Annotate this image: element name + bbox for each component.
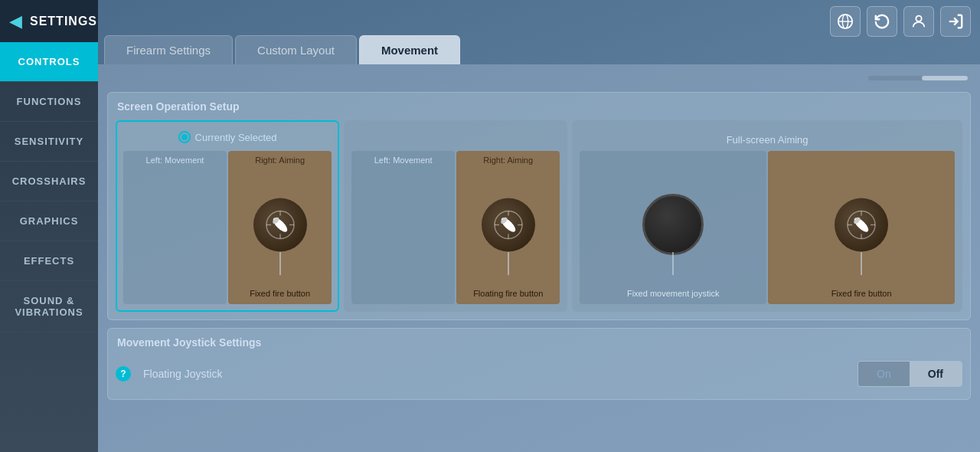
toggle-group: On Off [858, 361, 962, 387]
profile-button[interactable] [903, 6, 934, 37]
card1-connector [279, 252, 281, 275]
card1-right-label: Right: Aiming [255, 151, 305, 165]
movement-joystick-title: Movement Joystick Settings [116, 336, 962, 349]
sidebar-item-controls[interactable]: CONTROLS [0, 42, 98, 82]
movement-joystick-section: Movement Joystick Settings ? Floating Jo… [107, 328, 971, 400]
card2-right-zone: Right: Aiming [456, 151, 560, 304]
screen-operation-section: Screen Operation Setup Currently Selecte… [107, 92, 971, 320]
op-card-3[interactable]: Full-screen Aiming Fixed movement joysti… [572, 120, 962, 312]
card2-connector [508, 252, 509, 275]
radio-selected-icon [178, 131, 191, 143]
scrollbar-track[interactable] [868, 76, 968, 80]
card2-layout: Left: Movement Right: Aiming [351, 151, 560, 304]
card3-right-zone: Fixed fire button [768, 151, 955, 304]
card1-bottom-label: Fixed fire button [228, 289, 332, 298]
card2-bullet-icon [482, 198, 535, 252]
tab-custom[interactable]: Custom Layout [235, 35, 357, 64]
op-card-2-header [351, 128, 560, 146]
content-area: Screen Operation Setup Currently Selecte… [98, 64, 980, 452]
card2-right-label: Right: Aiming [483, 151, 533, 165]
card3-header-label: Full-screen Aiming [727, 129, 808, 146]
settings-title: SETTINGS [30, 15, 97, 28]
card3-right-connector [861, 252, 862, 275]
toggle-on-button[interactable]: On [858, 362, 910, 386]
op-card-3-header: Full-screen Aiming [580, 128, 955, 146]
card1-left-label: Left: Movement [146, 151, 204, 165]
tab-movement[interactable]: Movement [359, 35, 460, 64]
joystick-circle [642, 194, 704, 255]
card1-left-zone: Left: Movement [123, 151, 227, 304]
help-icon[interactable]: ? [116, 366, 131, 382]
svg-point-3 [916, 16, 921, 21]
main-content: Firearm Settings Custom Layout Movement … [98, 0, 980, 452]
card2-left-label: Left: Movement [374, 151, 433, 165]
op-card-1-header: Currently Selected [123, 128, 332, 146]
card3-left-zone: Fixed movement joystick [580, 151, 766, 304]
op-card-2[interactable]: Left: Movement Right: Aiming [344, 120, 567, 312]
card2-left-zone: Left: Movement [351, 151, 455, 304]
svg-point-10 [271, 215, 289, 234]
floating-joystick-label: Floating Joystick [143, 368, 845, 380]
svg-point-17 [499, 215, 518, 234]
toggle-row: ? Floating Joystick On Off [116, 356, 962, 391]
screen-operation-title: Screen Operation Setup [116, 100, 962, 113]
sidebar: ◀ SETTINGS CONTROLS FUNCTIONS SENSITIVIT… [0, 0, 98, 452]
op-card-1[interactable]: Currently Selected Left: Movement Right:… [116, 120, 339, 312]
tab-firearm[interactable]: Firearm Settings [104, 35, 233, 64]
currently-selected-label: Currently Selected [195, 132, 277, 143]
sidebar-item-crosshairs[interactable]: CROSSHAIRS [0, 162, 98, 201]
card3-left-connector [672, 252, 674, 275]
globe-button[interactable] [830, 6, 861, 37]
back-icon[interactable]: ◀ [9, 11, 22, 31]
sidebar-item-functions[interactable]: FUNCTIONS [0, 82, 98, 122]
tabs-container: Firearm Settings Custom Layout Movement [98, 35, 980, 64]
exit-button[interactable] [940, 6, 971, 37]
card1-layout: Left: Movement Right: Aiming [123, 151, 332, 304]
card2-bottom-label: Floating fire button [456, 289, 560, 298]
sidebar-item-sensitivity[interactable]: SENSITIVITY [0, 122, 98, 162]
operation-cards: Currently Selected Left: Movement Right:… [116, 120, 962, 312]
card3-bullet-icon [835, 198, 888, 252]
sidebar-item-effects[interactable]: EFFECTS [0, 241, 98, 281]
refresh-button[interactable] [867, 6, 897, 37]
card3-right-bottom: Fixed fire button [768, 289, 955, 298]
scrollbar-row [107, 64, 971, 92]
card3-layout: Fixed movement joystick [580, 151, 955, 304]
scrollbar-thumb [922, 76, 968, 80]
card1-right-zone: Right: Aiming [228, 151, 332, 304]
svg-point-24 [852, 215, 871, 234]
toggle-off-button[interactable]: Off [910, 362, 962, 386]
sidebar-item-sound[interactable]: SOUND & VIBRATIONS [0, 281, 98, 332]
card1-bullet-icon [253, 198, 307, 252]
sidebar-header: ◀ SETTINGS [0, 0, 98, 42]
card3-left-bottom: Fixed movement joystick [580, 289, 766, 298]
sidebar-item-graphics[interactable]: GRAPHICS [0, 201, 98, 241]
